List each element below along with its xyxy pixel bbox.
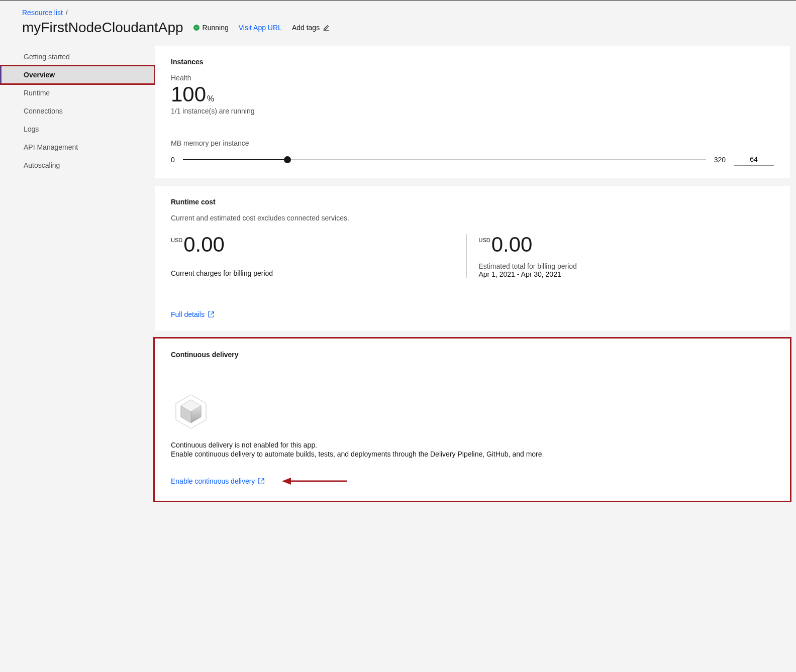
current-cost-label: Current charges for billing period [171,269,466,277]
full-details-link[interactable]: Full details [171,310,215,318]
estimated-currency: USD [479,237,490,243]
slider-max: 320 [714,156,726,164]
cd-description: Enable continuous delivery to automate b… [171,450,774,458]
current-cost-value: 0.00 [183,234,225,255]
memory-value-input[interactable] [734,153,774,166]
page-title: myFirstNodeCloudantApp [22,20,183,36]
cd-heading: Continuous delivery [171,351,774,359]
sidebar-item-runtime[interactable]: Runtime [0,84,155,102]
cube-icon [171,391,211,431]
instances-card: Instances Health 100 % 1/1 instance(s) a… [155,46,790,178]
health-value: 100 [171,84,206,105]
running-status-icon [193,25,200,31]
svg-marker-6 [282,478,291,485]
enable-continuous-delivery-link[interactable]: Enable continuous delivery [171,477,265,485]
runtime-cost-heading: Runtime cost [171,198,774,206]
annotation-arrow [282,475,347,489]
add-tags-button[interactable]: Add tags [292,24,330,32]
status-badge: Running [193,24,229,32]
status-label: Running [203,24,229,32]
estimated-cost-label: Estimated total for billing period [479,262,774,270]
health-unit: % [207,95,214,103]
visit-app-url-link[interactable]: Visit App URL [239,24,282,32]
instances-heading: Instances [171,58,774,66]
memory-slider[interactable] [183,159,706,160]
enable-cd-label: Enable continuous delivery [171,477,255,485]
full-details-label: Full details [171,310,205,318]
launch-icon [258,478,265,485]
health-label: Health [171,74,774,82]
sidebar-item-api-management[interactable]: API Management [0,138,155,156]
sidebar: Getting started Overview Runtime Connect… [0,46,155,174]
runtime-cost-card: Runtime cost Current and estimated cost … [155,186,790,330]
cd-not-enabled-text: Continuous delivery is not enabled for t… [171,441,774,449]
slider-thumb[interactable] [284,156,291,163]
breadcrumb: Resource list / [22,9,780,17]
edit-icon [323,24,330,31]
add-tags-label: Add tags [292,24,320,32]
health-subtext: 1/1 instance(s) are running [171,107,774,115]
billing-period: Apr 1, 2021 - Apr 30, 2021 [479,270,774,278]
runtime-cost-subtitle: Current and estimated cost excludes conn… [171,214,774,222]
current-currency: USD [171,237,182,243]
sidebar-item-connections[interactable]: Connections [0,102,155,120]
breadcrumb-separator: / [66,9,68,17]
breadcrumb-root[interactable]: Resource list [22,9,63,17]
slider-min: 0 [171,156,175,164]
estimated-cost-value: 0.00 [491,234,533,255]
sidebar-item-autoscaling[interactable]: Autoscaling [0,156,155,174]
sidebar-item-logs[interactable]: Logs [0,120,155,138]
sidebar-item-overview[interactable]: Overview [0,66,155,84]
continuous-delivery-card: Continuous delivery [155,339,790,501]
launch-icon [208,311,215,318]
sidebar-item-getting-started[interactable]: Getting started [0,48,155,66]
memory-label: MB memory per instance [171,139,774,147]
